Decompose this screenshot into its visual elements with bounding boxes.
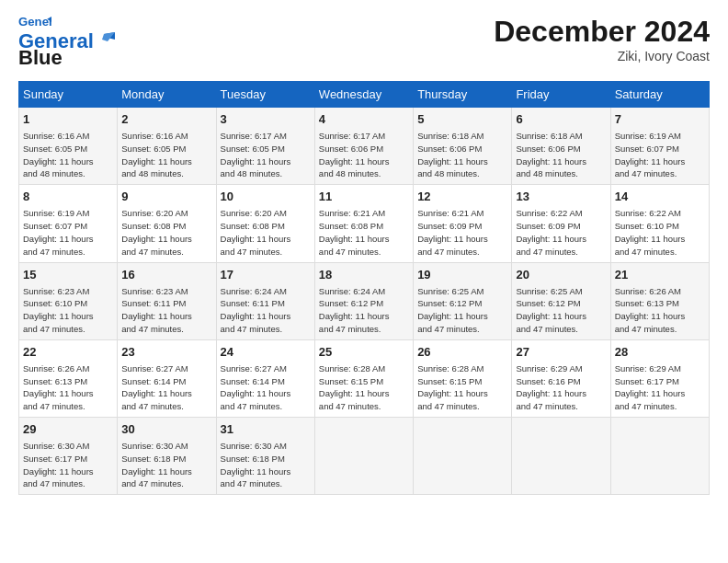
day-info: Sunrise: 6:20 AM Sunset: 6:08 PM Dayligh… — [221, 207, 311, 258]
day-number: 4 — [319, 111, 409, 128]
day-info: Sunrise: 6:17 AM Sunset: 6:05 PM Dayligh… — [221, 130, 311, 180]
weekday-header-monday: Monday — [118, 82, 216, 108]
day-number: 20 — [516, 267, 606, 283]
day-info: Sunrise: 6:28 AM Sunset: 6:15 PM Dayligh… — [417, 362, 507, 413]
day-info: Sunrise: 6:23 AM Sunset: 6:11 PM Dayligh… — [121, 285, 211, 336]
day-info: Sunrise: 6:16 AM Sunset: 6:05 PM Dayligh… — [121, 130, 211, 180]
day-number: 9 — [121, 189, 211, 205]
day-number: 14 — [615, 189, 705, 205]
day-info: Sunrise: 6:20 AM Sunset: 6:08 PM Dayligh… — [121, 207, 211, 258]
day-info: Sunrise: 6:26 AM Sunset: 6:13 PM Dayligh… — [23, 362, 113, 413]
day-number: 22 — [23, 344, 113, 361]
day-info: Sunrise: 6:27 AM Sunset: 6:14 PM Dayligh… — [121, 362, 211, 413]
day-info: Sunrise: 6:27 AM Sunset: 6:14 PM Dayligh… — [221, 362, 311, 413]
calendar-cell: 25Sunrise: 6:28 AM Sunset: 6:15 PM Dayli… — [314, 339, 413, 417]
day-number: 18 — [319, 267, 409, 283]
calendar-cell — [512, 418, 610, 495]
calendar-cell: 29Sunrise: 6:30 AM Sunset: 6:17 PM Dayli… — [19, 418, 118, 495]
day-number: 3 — [221, 111, 311, 128]
day-number: 11 — [319, 189, 409, 205]
calendar-cell: 5Sunrise: 6:18 AM Sunset: 6:06 PM Daylig… — [414, 108, 512, 185]
day-number: 16 — [121, 267, 211, 283]
day-info: Sunrise: 6:25 AM Sunset: 6:12 PM Dayligh… — [516, 285, 606, 336]
day-number: 28 — [615, 344, 705, 361]
day-number: 19 — [417, 267, 507, 283]
calendar-cell: 2Sunrise: 6:16 AM Sunset: 6:05 PM Daylig… — [118, 108, 216, 185]
calendar-cell: 6Sunrise: 6:18 AM Sunset: 6:06 PM Daylig… — [512, 108, 610, 185]
calendar-cell: 1Sunrise: 6:16 AM Sunset: 6:05 PM Daylig… — [19, 108, 118, 185]
day-info: Sunrise: 6:24 AM Sunset: 6:11 PM Dayligh… — [221, 285, 311, 336]
day-info: Sunrise: 6:17 AM Sunset: 6:06 PM Dayligh… — [319, 130, 409, 180]
calendar-cell: 3Sunrise: 6:17 AM Sunset: 6:05 PM Daylig… — [216, 108, 314, 185]
calendar-cell: 14Sunrise: 6:22 AM Sunset: 6:10 PM Dayli… — [610, 185, 709, 262]
day-info: Sunrise: 6:22 AM Sunset: 6:09 PM Dayligh… — [516, 207, 606, 258]
weekday-header-tuesday: Tuesday — [216, 82, 314, 108]
calendar-cell: 8Sunrise: 6:19 AM Sunset: 6:07 PM Daylig… — [19, 185, 118, 262]
calendar-cell: 31Sunrise: 6:30 AM Sunset: 6:18 PM Dayli… — [216, 418, 314, 495]
day-info: Sunrise: 6:21 AM Sunset: 6:08 PM Dayligh… — [319, 207, 409, 258]
calendar-body: 1Sunrise: 6:16 AM Sunset: 6:05 PM Daylig… — [19, 108, 710, 495]
day-info: Sunrise: 6:19 AM Sunset: 6:07 PM Dayligh… — [23, 207, 113, 258]
weekday-header-wednesday: Wednesday — [314, 82, 413, 108]
day-number: 24 — [221, 344, 311, 361]
calendar-cell — [414, 418, 512, 495]
day-info: Sunrise: 6:30 AM Sunset: 6:17 PM Dayligh… — [23, 440, 113, 490]
day-number: 5 — [417, 111, 507, 128]
day-number: 17 — [221, 267, 311, 283]
day-info: Sunrise: 6:19 AM Sunset: 6:07 PM Dayligh… — [615, 130, 705, 180]
calendar-table: SundayMondayTuesdayWednesdayThursdayFrid… — [18, 81, 710, 495]
day-info: Sunrise: 6:30 AM Sunset: 6:18 PM Dayligh… — [221, 440, 311, 490]
calendar-cell: 28Sunrise: 6:29 AM Sunset: 6:17 PM Dayli… — [610, 339, 709, 417]
day-info: Sunrise: 6:26 AM Sunset: 6:13 PM Dayligh… — [615, 285, 705, 336]
calendar-cell: 18Sunrise: 6:24 AM Sunset: 6:12 PM Dayli… — [314, 262, 413, 339]
day-number: 25 — [319, 344, 409, 361]
page-title: December 2024 — [494, 15, 710, 49]
day-number: 7 — [615, 111, 705, 128]
calendar-cell — [610, 418, 709, 495]
logo-blue: Blue — [18, 46, 63, 70]
calendar-cell: 13Sunrise: 6:22 AM Sunset: 6:09 PM Dayli… — [512, 185, 610, 262]
logo-bird-icon — [95, 32, 115, 47]
day-info: Sunrise: 6:18 AM Sunset: 6:06 PM Dayligh… — [516, 130, 606, 180]
calendar-cell: 27Sunrise: 6:29 AM Sunset: 6:16 PM Dayli… — [512, 339, 610, 417]
day-info: Sunrise: 6:23 AM Sunset: 6:10 PM Dayligh… — [23, 285, 113, 336]
title-block: December 2024 Ziki, Ivory Coast — [494, 15, 710, 63]
calendar-week-row: 15Sunrise: 6:23 AM Sunset: 6:10 PM Dayli… — [19, 262, 710, 339]
calendar-cell: 11Sunrise: 6:21 AM Sunset: 6:08 PM Dayli… — [314, 185, 413, 262]
day-info: Sunrise: 6:29 AM Sunset: 6:17 PM Dayligh… — [615, 362, 705, 413]
day-info: Sunrise: 6:30 AM Sunset: 6:18 PM Dayligh… — [121, 440, 211, 490]
day-number: 15 — [23, 267, 113, 283]
calendar-cell: 30Sunrise: 6:30 AM Sunset: 6:18 PM Dayli… — [118, 418, 216, 495]
day-info: Sunrise: 6:29 AM Sunset: 6:16 PM Dayligh… — [516, 362, 606, 413]
calendar-cell: 22Sunrise: 6:26 AM Sunset: 6:13 PM Dayli… — [19, 339, 118, 417]
day-info: Sunrise: 6:18 AM Sunset: 6:06 PM Dayligh… — [417, 130, 507, 180]
day-number: 10 — [221, 189, 311, 205]
svg-text:General: General — [18, 15, 51, 29]
day-number: 6 — [516, 111, 606, 128]
calendar-week-row: 22Sunrise: 6:26 AM Sunset: 6:13 PM Dayli… — [19, 339, 710, 417]
day-number: 27 — [516, 344, 606, 361]
calendar-week-row: 1Sunrise: 6:16 AM Sunset: 6:05 PM Daylig… — [19, 108, 710, 185]
page-header: General General Blue December 2024 Ziki,… — [18, 15, 710, 70]
day-number: 1 — [23, 111, 113, 128]
page-subtitle: Ziki, Ivory Coast — [494, 49, 710, 63]
page-container: General General Blue December 2024 Ziki,… — [0, 0, 728, 504]
calendar-week-row: 8Sunrise: 6:19 AM Sunset: 6:07 PM Daylig… — [19, 185, 710, 262]
calendar-cell: 26Sunrise: 6:28 AM Sunset: 6:15 PM Dayli… — [414, 339, 512, 417]
day-number: 29 — [23, 421, 113, 438]
day-info: Sunrise: 6:24 AM Sunset: 6:12 PM Dayligh… — [319, 285, 409, 336]
day-number: 13 — [516, 189, 606, 205]
calendar-cell: 19Sunrise: 6:25 AM Sunset: 6:12 PM Dayli… — [414, 262, 512, 339]
day-info: Sunrise: 6:16 AM Sunset: 6:05 PM Dayligh… — [23, 130, 113, 180]
day-number: 31 — [221, 421, 311, 438]
weekday-header-sunday: Sunday — [19, 82, 118, 108]
calendar-cell: 9Sunrise: 6:20 AM Sunset: 6:08 PM Daylig… — [118, 185, 216, 262]
weekday-header-friday: Friday — [512, 82, 610, 108]
calendar-cell: 21Sunrise: 6:26 AM Sunset: 6:13 PM Dayli… — [610, 262, 709, 339]
calendar-cell: 4Sunrise: 6:17 AM Sunset: 6:06 PM Daylig… — [314, 108, 413, 185]
calendar-cell: 16Sunrise: 6:23 AM Sunset: 6:11 PM Dayli… — [118, 262, 216, 339]
day-info: Sunrise: 6:25 AM Sunset: 6:12 PM Dayligh… — [417, 285, 507, 336]
day-number: 21 — [615, 267, 705, 283]
calendar-week-row: 29Sunrise: 6:30 AM Sunset: 6:17 PM Dayli… — [19, 418, 710, 495]
day-number: 23 — [121, 344, 211, 361]
